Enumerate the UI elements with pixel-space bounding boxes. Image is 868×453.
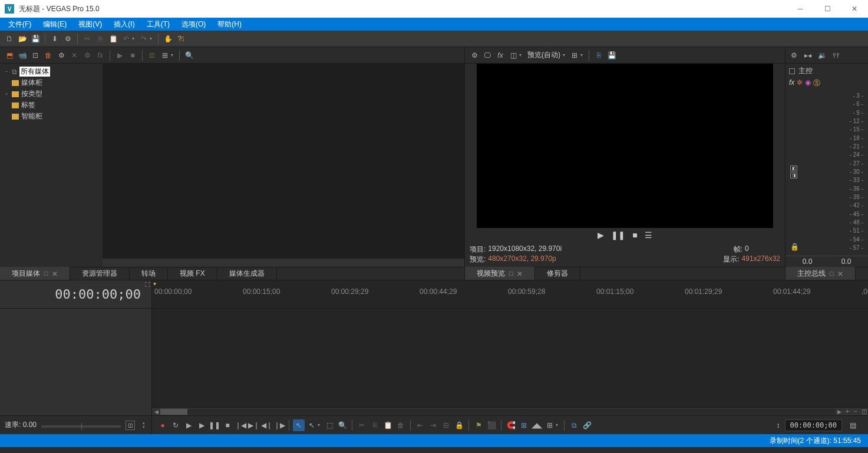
tree-root[interactable]: − ⧉ 所有媒体 [2, 66, 100, 77]
pin-icon[interactable]: ☐ [509, 271, 513, 277]
snap-icon[interactable]: 🧲 [505, 419, 517, 431]
io-icon[interactable] [789, 68, 795, 74]
trim-end-icon[interactable]: ⇥ [427, 419, 439, 431]
redo-icon[interactable]: ↷ [138, 33, 150, 45]
media-fx-icon[interactable]: ✕ [68, 49, 80, 61]
zoom-tool-icon[interactable]: 🔍 [336, 419, 348, 431]
touch-icon[interactable]: ✋ [162, 33, 174, 45]
help-icon[interactable]: ?⃝ [175, 33, 187, 45]
zoom-height-icon[interactable]: ◫ [860, 408, 868, 416]
next-frame-icon[interactable]: ❘▶ [273, 419, 285, 431]
split-screen-icon[interactable]: ◫ [507, 49, 519, 61]
overlays-icon[interactable]: ⊞ [569, 49, 580, 61]
split-dropdown[interactable]: ▾ [519, 52, 524, 58]
paste-icon[interactable]: 📋 [107, 33, 119, 45]
menu-tools[interactable]: 工具(T) [141, 18, 176, 31]
menu-help[interactable]: 帮助(H) [212, 18, 247, 31]
render-icon[interactable]: ⬇ [49, 33, 61, 45]
ignore-event-grouping-icon[interactable]: ⧉ [568, 419, 580, 431]
scrollbar-h[interactable] [103, 259, 464, 267]
fx-s-icon[interactable]: Ⓢ [813, 78, 820, 88]
go-start-icon[interactable]: ❘◀ [235, 419, 246, 431]
fx-gear-icon[interactable]: ✲ [797, 78, 803, 88]
dim-icon[interactable]: ▸◂ [802, 49, 814, 61]
mixer-settings-icon[interactable]: ⫯⫯ [830, 49, 842, 61]
open-icon[interactable]: 📂 [16, 33, 28, 45]
rate-mode-icon[interactable]: ◫ [126, 421, 135, 430]
external-monitor-icon[interactable]: 🖵 [481, 49, 493, 61]
selection-icon[interactable]: ⬚ [324, 419, 335, 431]
auto-ripple-icon[interactable]: ⊠ [518, 419, 530, 431]
prev-frame-icon[interactable]: ◀❘ [260, 419, 272, 431]
timeline-tracks[interactable]: ▾ 00:00:00;0000:00:15;0000:00:29;2900:00… [152, 280, 868, 415]
tab-generators[interactable]: 媒体生成器 [217, 267, 277, 280]
zoom-in-icon[interactable]: + [843, 408, 852, 416]
stop-icon[interactable]: ■ [222, 419, 233, 431]
media-properties-icon[interactable]: ⚙ [55, 49, 67, 61]
trim-start-icon[interactable]: ⇤ [414, 419, 426, 431]
tab-trimmer[interactable]: 修剪器 [535, 267, 580, 280]
tree-item[interactable]: + 按类型 [2, 88, 100, 100]
lock-icon[interactable]: 🔒 [790, 243, 799, 251]
view-dropdown[interactable]: ▾ [171, 52, 176, 58]
close-icon[interactable]: ✕ [52, 270, 58, 278]
video-fx-icon[interactable]: fx [494, 49, 506, 61]
tree-item[interactable]: 智能柜 [2, 111, 100, 122]
cursor-timecode[interactable]: 00:00:00;00 [785, 419, 842, 431]
split-icon[interactable]: ⊟ [440, 419, 452, 431]
scroll-right-icon[interactable]: ▶ [835, 408, 843, 416]
rate-slider[interactable] [41, 425, 121, 428]
marker-icon[interactable]: ⚑ [473, 419, 484, 431]
time-ruler[interactable]: 00:00:00;0000:00:15;0000:00:29;2900:00:4… [152, 287, 868, 309]
close-button[interactable]: ✕ [841, 0, 868, 18]
play-preview-icon[interactable]: ▶ [114, 49, 126, 61]
tab-master-bus[interactable]: 主控总线 ☐ ✕ [786, 267, 856, 280]
fx-icon[interactable]: fx [789, 78, 794, 88]
link-icon[interactable]: 🔗 [581, 419, 593, 431]
preview-video[interactable] [477, 64, 773, 228]
save-icon[interactable]: 💾 [29, 33, 41, 45]
record-icon[interactable]: ● [157, 419, 169, 431]
copy-tl-icon[interactable]: ⎘ [369, 419, 381, 431]
cut-tl-icon[interactable]: ✂ [356, 419, 368, 431]
preview-settings-icon[interactable]: ⚙ [468, 49, 480, 61]
fx-plugin-icon[interactable]: ◉ [805, 78, 811, 88]
menu-icon[interactable]: ☰ [645, 230, 652, 240]
normal-edit-icon[interactable]: ↖ [293, 419, 305, 431]
track-list[interactable] [0, 309, 151, 415]
stop-preview-icon[interactable]: ■ [127, 49, 138, 61]
tree-item[interactable]: 标签 [2, 100, 100, 111]
close-icon[interactable]: ✕ [517, 270, 523, 278]
pin-icon[interactable]: ☐ [44, 271, 48, 277]
tracks-body[interactable] [152, 309, 868, 407]
view-icon[interactable]: ⊞ [159, 49, 171, 61]
media-grid[interactable] [103, 64, 464, 267]
delete-tl-icon[interactable]: 🗑 [395, 419, 407, 431]
quality-dropdown[interactable]: 预览(自动) [525, 50, 563, 60]
remove-icon[interactable]: 🗑 [42, 49, 54, 61]
search-icon[interactable]: 🔍 [183, 49, 195, 61]
cursor-marker-icon[interactable]: ▾ [153, 280, 156, 287]
tab-video-fx[interactable]: 视频 FX [168, 267, 217, 280]
timeline-scrollbar[interactable]: ◀ ▶ + − ◫ [152, 407, 868, 415]
auto-preview-icon[interactable]: ▶⃝ [146, 49, 158, 61]
lock-icon[interactable]: 🔒 [453, 419, 465, 431]
close-icon[interactable]: ✕ [837, 270, 843, 278]
get-media-icon[interactable]: ⊡ [29, 49, 41, 61]
tab-video-preview[interactable]: 视频预览 ☐ ✕ [465, 267, 535, 280]
cut-icon[interactable]: ✂ [81, 33, 93, 45]
menu-view[interactable]: 视图(V) [72, 18, 108, 31]
loop-icon[interactable]: ↻ [170, 419, 181, 431]
pause-icon[interactable]: ❚❚ [209, 419, 220, 431]
menu-insert[interactable]: 插入(I) [108, 18, 140, 31]
minimize-button[interactable]: ─ [787, 0, 814, 18]
capture-icon[interactable]: 📹 [16, 49, 28, 61]
play-icon[interactable]: ▶ [196, 419, 207, 431]
fx-label-icon[interactable]: fx [94, 49, 106, 61]
quantize-icon[interactable]: ⊞ [544, 419, 556, 431]
master-settings-icon[interactable]: ⚙ [788, 49, 800, 61]
stop-icon[interactable]: ■ [632, 230, 637, 240]
maximize-button[interactable]: ☐ [814, 0, 841, 18]
expand-icon[interactable]: + [4, 91, 9, 97]
play-start-icon[interactable]: ▶ [183, 419, 194, 431]
